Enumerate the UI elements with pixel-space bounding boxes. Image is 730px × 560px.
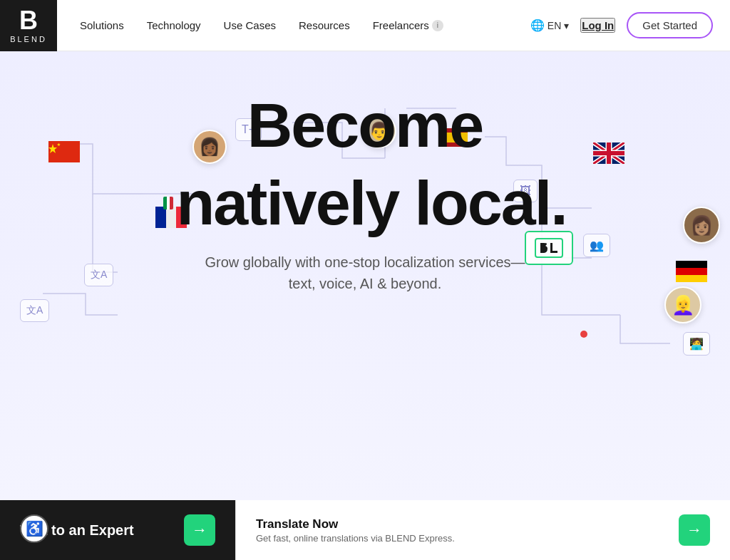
accessibility-button[interactable]: ♿ — [20, 514, 48, 543]
svg-rect-14 — [167, 197, 170, 209]
translate-subtitle: Get fast, online translations via BLEND … — [256, 533, 455, 544]
translate-title: Translate Now — [256, 517, 455, 532]
red-dot — [580, 331, 587, 338]
italy-flag-inline — [163, 197, 173, 209]
svg-rect-13 — [163, 197, 167, 209]
language-selector[interactable]: 🌐 EN ▾ — [530, 19, 569, 32]
cta-row: ♿ Talk to an Expert → Translate Now Get … — [0, 500, 730, 560]
nav-technology[interactable]: Technology — [147, 19, 201, 31]
globe-icon: 🌐 — [530, 19, 545, 32]
nav-right: 🌐 EN ▾ Log In Get Started — [530, 12, 713, 38]
translate-icon-2: 文A — [26, 304, 43, 317]
person-icon-box: 🧑‍💻 — [683, 332, 710, 356]
translate-arrow-icon: → — [679, 514, 710, 546]
logo[interactable]: B BLEND — [0, 0, 57, 51]
chevron-down-icon: ▾ — [564, 20, 569, 31]
svg-rect-11 — [676, 275, 707, 282]
accessibility-icon: ♿ — [26, 520, 43, 537]
china-flag — [48, 141, 80, 165]
hero-subtitle: Grow globally with one-stop localization… — [205, 252, 525, 294]
nav-use-cases[interactable]: Use Cases — [224, 19, 276, 31]
team-icon: 👥 — [590, 239, 604, 252]
germany-flag — [676, 261, 707, 285]
uk-flag — [593, 142, 624, 167]
logo-letter: B — [19, 8, 38, 33]
avatar-3: 👩🏽 — [683, 207, 720, 244]
person-icon: 🧑‍💻 — [689, 337, 704, 351]
hero-title-line2: natively local. — [163, 157, 566, 234]
nav-links: Solutions Technology Use Cases Resources… — [80, 19, 530, 31]
translate-icon-box-2: 文A — [20, 299, 49, 322]
hero-title-line1: Become — [247, 94, 483, 157]
get-started-button[interactable]: Get Started — [627, 12, 713, 38]
expert-arrow-icon: → — [184, 514, 215, 546]
svg-rect-10 — [676, 268, 707, 275]
nav-solutions[interactable]: Solutions — [80, 19, 124, 31]
svg-rect-15 — [170, 197, 173, 209]
navbar: B BLEND Solutions Technology Use Cases R… — [0, 0, 730, 51]
nav-freelancers[interactable]: Freelancers i — [373, 19, 443, 31]
team-icon-box: 👥 — [583, 234, 610, 257]
info-icon[interactable]: i — [432, 20, 443, 31]
translate-now-button[interactable]: Translate Now Get fast, online translati… — [235, 500, 730, 560]
hero-section: 👩🏾 👨 👩🏽 👱‍♀️ T+ 🖼 文A 文A 👥 🧑‍💻 — [0, 51, 730, 560]
svg-rect-9 — [676, 261, 707, 268]
svg-rect-0 — [48, 141, 80, 162]
translate-icon-box-1: 文A — [84, 264, 113, 286]
hero-content: Become natively local. Grow globally wit… — [163, 94, 566, 294]
login-button[interactable]: Log In — [580, 18, 615, 33]
lang-label: EN — [548, 20, 561, 31]
nav-resources[interactable]: Resources — [299, 19, 350, 31]
translate-content: Translate Now Get fast, online translati… — [256, 517, 455, 544]
translate-icon: 文A — [91, 269, 107, 281]
avatar-4: 👱‍♀️ — [664, 286, 701, 323]
logo-wordmark: BLEND — [10, 35, 47, 43]
